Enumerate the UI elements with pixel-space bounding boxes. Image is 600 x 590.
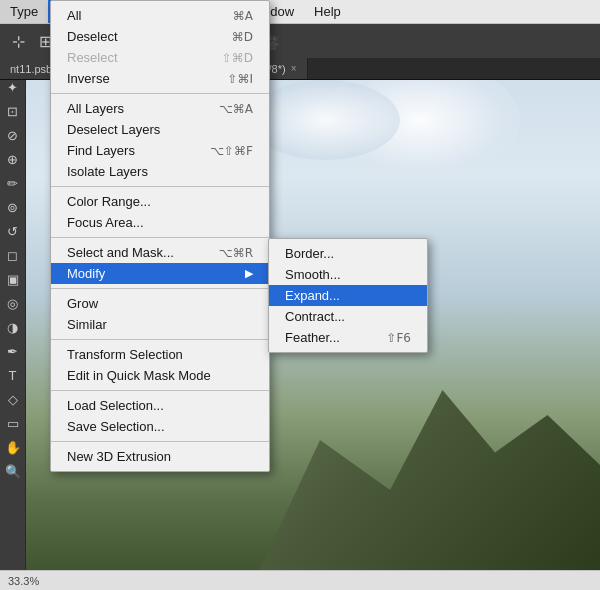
tool-path[interactable]: ◇ <box>2 388 24 410</box>
separator-2 <box>51 186 269 187</box>
separator-1 <box>51 93 269 94</box>
modify-arrow-icon: ▶ <box>245 267 253 280</box>
submenu-item-feather[interactable]: Feather... ⇧F6 <box>269 327 427 348</box>
submenu-item-expand[interactable]: Expand... <box>269 285 427 306</box>
submenu-item-feather-shortcut: ⇧F6 <box>386 331 411 345</box>
tool-crop[interactable]: ⊡ <box>2 100 24 122</box>
menu-item-focus-area[interactable]: Focus Area... <box>51 212 269 233</box>
menu-item-inverse-shortcut: ⇧⌘I <box>227 72 253 86</box>
menu-item-all-layers-label: All Layers <box>67 101 124 116</box>
menu-item-reselect-label: Reselect <box>67 50 118 65</box>
menu-item-all-layers-shortcut: ⌥⌘A <box>219 102 253 116</box>
cloud-2 <box>250 80 400 160</box>
left-tool-panel: ↖ ⬟ ✦ ⊡ ⊘ ⊕ ✏ ⊚ ↺ ◻ ▣ ◎ ◑ ✒ T ◇ ▭ ✋ 🔍 <box>0 24 26 590</box>
menu-item-reselect[interactable]: Reselect ⇧⌘D <box>51 47 269 68</box>
tool-pen[interactable]: ✒ <box>2 340 24 362</box>
menu-item-deselect[interactable]: Deselect ⌘D <box>51 26 269 47</box>
menu-item-select-mask[interactable]: Select and Mask... ⌥⌘R <box>51 242 269 263</box>
submenu-item-expand-label: Expand... <box>285 288 340 303</box>
menu-item-transform-selection[interactable]: Transform Selection <box>51 344 269 365</box>
tool-clone[interactable]: ⊚ <box>2 196 24 218</box>
menu-item-deselect-layers-label: Deselect Layers <box>67 122 160 137</box>
menu-item-quick-mask-label: Edit in Quick Mask Mode <box>67 368 211 383</box>
menu-item-color-range[interactable]: Color Range... <box>51 191 269 212</box>
mountain <box>250 340 600 590</box>
menu-item-find-layers[interactable]: Find Layers ⌥⇧⌘F <box>51 140 269 161</box>
tool-history[interactable]: ↺ <box>2 220 24 242</box>
submenu-item-contract-label: Contract... <box>285 309 345 324</box>
tool-zoom[interactable]: 🔍 <box>2 460 24 482</box>
tool-blur[interactable]: ◎ <box>2 292 24 314</box>
menu-item-focus-area-label: Focus Area... <box>67 215 144 230</box>
menu-item-load-selection-label: Load Selection... <box>67 398 164 413</box>
submenu-item-smooth-label: Smooth... <box>285 267 341 282</box>
tool-dodge[interactable]: ◑ <box>2 316 24 338</box>
menu-item-modify-label: Modify <box>67 266 105 281</box>
modify-submenu: Border... Smooth... Expand... Contract..… <box>268 238 428 353</box>
tool-hand[interactable]: ✋ <box>2 436 24 458</box>
menu-item-save-selection-label: Save Selection... <box>67 419 165 434</box>
separator-5 <box>51 339 269 340</box>
menu-item-find-layers-shortcut: ⌥⇧⌘F <box>210 144 253 158</box>
menu-item-color-range-label: Color Range... <box>67 194 151 209</box>
menu-item-isolate-layers-label: Isolate Layers <box>67 164 148 179</box>
menu-item-inverse-label: Inverse <box>67 71 110 86</box>
menu-item-grow-label: Grow <box>67 296 98 311</box>
tool-shape[interactable]: ▭ <box>2 412 24 434</box>
menu-item-transform-selection-label: Transform Selection <box>67 347 183 362</box>
submenu-item-border[interactable]: Border... <box>269 243 427 264</box>
menu-item-isolate-layers[interactable]: Isolate Layers <box>51 161 269 182</box>
menu-item-all[interactable]: All ⌘A <box>51 5 269 26</box>
tool-eyedropper[interactable]: ⊘ <box>2 124 24 146</box>
status-bar: 33.3% <box>0 570 600 590</box>
menu-item-quick-mask[interactable]: Edit in Quick Mask Mode <box>51 365 269 386</box>
separator-4 <box>51 288 269 289</box>
tool-eraser[interactable]: ◻ <box>2 244 24 266</box>
menu-item-grow[interactable]: Grow <box>51 293 269 314</box>
menu-item-deselect-label: Deselect <box>67 29 118 44</box>
menu-item-select-mask-shortcut: ⌥⌘R <box>219 246 253 260</box>
menu-item-reselect-shortcut: ⇧⌘D <box>222 51 253 65</box>
menu-item-inverse[interactable]: Inverse ⇧⌘I <box>51 68 269 89</box>
menu-item-deselect-layers[interactable]: Deselect Layers <box>51 119 269 140</box>
separator-6 <box>51 390 269 391</box>
select-dropdown-menu: All ⌘A Deselect ⌘D Reselect ⇧⌘D Inverse … <box>50 0 270 472</box>
menu-item-load-selection[interactable]: Load Selection... <box>51 395 269 416</box>
tool-text[interactable]: T <box>2 364 24 386</box>
submenu-item-smooth[interactable]: Smooth... <box>269 264 427 285</box>
menu-item-all-label: All <box>67 8 81 23</box>
menu-item-similar-label: Similar <box>67 317 107 332</box>
menu-item-new-3d-extrusion-label: New 3D Extrusion <box>67 449 171 464</box>
tool-brush[interactable]: ✏ <box>2 172 24 194</box>
tool-move-btn[interactable]: ⊹ <box>8 30 29 53</box>
menu-item-modify[interactable]: Modify ▶ <box>51 263 269 284</box>
menu-item-similar[interactable]: Similar <box>51 314 269 335</box>
menu-item-all-shortcut: ⌘A <box>233 9 253 23</box>
submenu-item-contract[interactable]: Contract... <box>269 306 427 327</box>
submenu-item-border-label: Border... <box>285 246 334 261</box>
separator-7 <box>51 441 269 442</box>
menu-item-all-layers[interactable]: All Layers ⌥⌘A <box>51 98 269 119</box>
menu-item-select-mask-label: Select and Mask... <box>67 245 174 260</box>
submenu-item-feather-label: Feather... <box>285 330 340 345</box>
menu-item-find-layers-label: Find Layers <box>67 143 135 158</box>
menu-item-deselect-shortcut: ⌘D <box>232 30 253 44</box>
menu-item-new-3d-extrusion[interactable]: New 3D Extrusion <box>51 446 269 467</box>
menu-item-save-selection[interactable]: Save Selection... <box>51 416 269 437</box>
menubar-item-type[interactable]: Type <box>0 0 48 23</box>
tool-heal[interactable]: ⊕ <box>2 148 24 170</box>
zoom-level: 33.3% <box>8 575 39 587</box>
tool-gradient[interactable]: ▣ <box>2 268 24 290</box>
menubar-item-help[interactable]: Help <box>304 0 351 23</box>
separator-3 <box>51 237 269 238</box>
doc-tab-close[interactable]: × <box>291 63 297 74</box>
